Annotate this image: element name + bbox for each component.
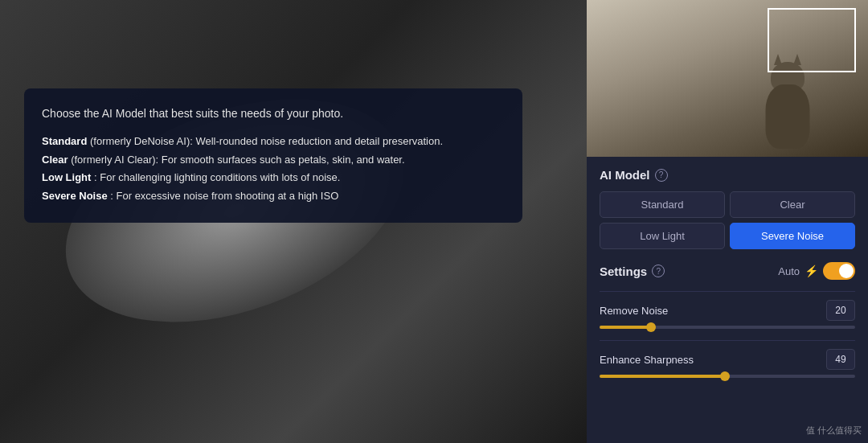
right-panel: AI Model ? Standard Clear Low Light Seve… (587, 0, 868, 443)
settings-help-icon[interactable]: ? (652, 265, 665, 277)
remove-noise-label: Remove Noise (600, 305, 668, 317)
settings-right: Auto ⚡ (778, 262, 855, 280)
remove-noise-thumb[interactable] (646, 322, 656, 332)
ai-model-help-icon[interactable]: ? (655, 169, 668, 182)
tooltip-intro: Choose the AI Model that best suits the … (42, 105, 505, 124)
cat-silhouette (755, 60, 820, 149)
tooltip-label-severe: Severe Noise (42, 190, 108, 202)
ai-model-header: AI Model ? (600, 168, 855, 182)
tooltip-desc-lowlight: : For challenging lighting conditions wi… (94, 171, 340, 183)
lightning-icon: ⚡ (805, 265, 818, 277)
tooltip-item-clear: Clear (formerly AI Clear): For smooth su… (42, 152, 505, 169)
enhance-sharpness-section: Enhance Sharpness 49 (600, 349, 855, 378)
settings-row: Settings ? Auto ⚡ (600, 262, 855, 280)
remove-noise-value[interactable]: 20 (826, 300, 855, 321)
auto-toggle[interactable] (823, 262, 855, 280)
photo-area: Choose the AI Model that best suits the … (0, 0, 587, 443)
settings-title: Settings (600, 265, 647, 278)
preview-area (587, 0, 868, 157)
remove-noise-row: Remove Noise 20 (600, 300, 855, 321)
divider-2 (600, 340, 855, 341)
tooltip-desc-clear: (formerly AI Clear): For smooth surfaces… (71, 154, 404, 166)
enhance-sharpness-fill (600, 375, 725, 378)
ai-model-tooltip: Choose the AI Model that best suits the … (24, 88, 522, 223)
enhance-sharpness-row: Enhance Sharpness 49 (600, 349, 855, 370)
enhance-sharpness-track[interactable] (600, 375, 855, 378)
remove-noise-fill (600, 326, 651, 329)
enhance-sharpness-label: Enhance Sharpness (600, 354, 694, 366)
cat-body (766, 84, 810, 149)
enhance-sharpness-thumb[interactable] (720, 371, 730, 381)
tooltip-label-standard: Standard (42, 135, 87, 147)
ai-model-title: AI Model (600, 168, 650, 182)
model-btn-clear[interactable]: Clear (730, 191, 855, 218)
model-grid: Standard Clear Low Light Severe Noise (600, 191, 855, 249)
tooltip-label-clear: Clear (42, 154, 68, 166)
tooltip-desc-severe: : For excessive noise from shooting at a… (110, 190, 338, 202)
auto-label: Auto (778, 265, 800, 277)
settings-left: Settings ? (600, 265, 665, 278)
tooltip-item-standard: Standard (formerly DeNoise AI): Well-rou… (42, 133, 505, 150)
enhance-sharpness-value[interactable]: 49 (826, 349, 855, 370)
tooltip-label-lowlight: Low Light (42, 171, 91, 183)
preview-image (587, 0, 868, 157)
tooltip-item-severe: Severe Noise : For excessive noise from … (42, 188, 505, 205)
model-btn-low-light[interactable]: Low Light (600, 223, 725, 249)
divider-1 (600, 291, 855, 292)
remove-noise-track[interactable] (600, 326, 855, 329)
remove-noise-section: Remove Noise 20 (600, 300, 855, 329)
tooltip-desc-standard: (formerly DeNoise AI): Well-rounded nois… (90, 135, 443, 147)
tooltip-item-lowlight: Low Light : For challenging lighting con… (42, 170, 505, 187)
model-btn-standard[interactable]: Standard (600, 191, 725, 218)
watermark: 值 什么值得买 (806, 425, 862, 437)
toggle-knob (839, 264, 854, 278)
controls-area: AI Model ? Standard Clear Low Light Seve… (587, 157, 868, 443)
model-btn-severe-noise[interactable]: Severe Noise (730, 223, 855, 249)
